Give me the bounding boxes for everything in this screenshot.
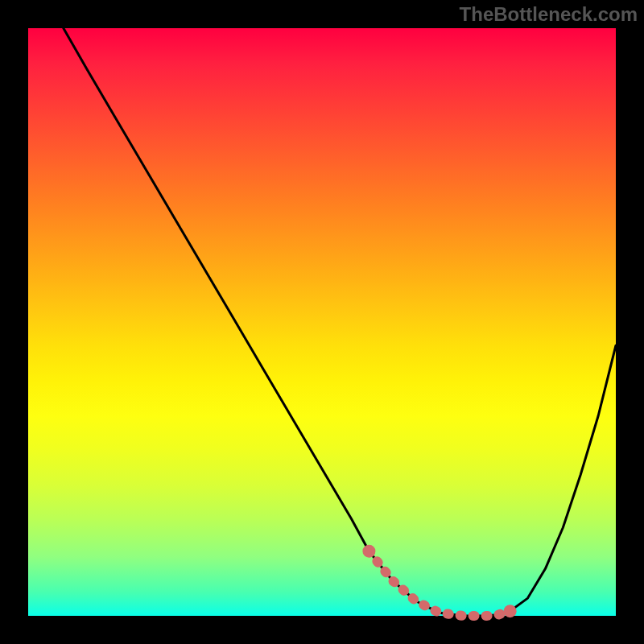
bottleneck-curve (64, 28, 616, 616)
bottleneck-chart (28, 28, 616, 616)
chart-frame: TheBottleneck.com (0, 0, 644, 644)
plot-area (28, 28, 616, 616)
watermark-label: TheBottleneck.com (460, 3, 638, 26)
flat-segment-highlight-endpoint (362, 545, 375, 558)
flat-segment-highlight (369, 551, 510, 616)
flat-segment-highlight-endpoint (504, 605, 517, 617)
